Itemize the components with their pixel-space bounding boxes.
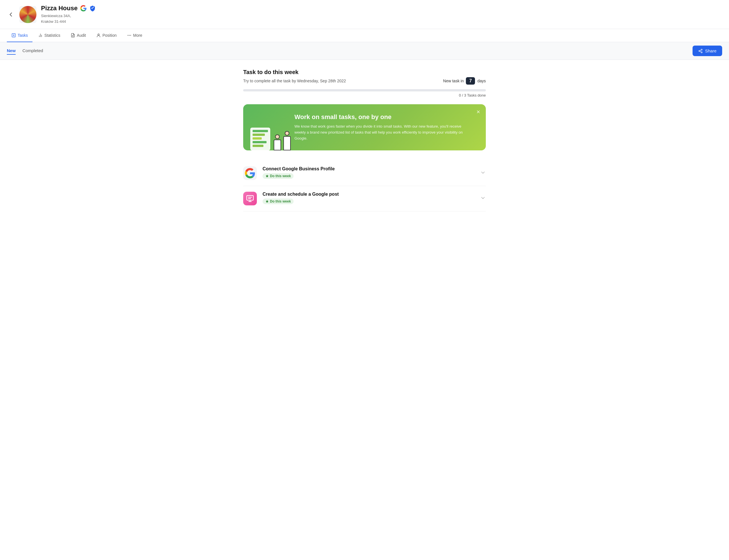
statistics-icon bbox=[38, 33, 43, 38]
task-item-title: Connect Google Business Profile bbox=[263, 166, 474, 171]
promo-banner: × Work on small tasks, one by one We kno… bbox=[243, 104, 486, 150]
sub-tabs-bar: New Completed Share bbox=[0, 42, 729, 60]
business-info: Pizza House Sienkiewicza 34A, bbox=[41, 5, 722, 24]
audit-icon bbox=[71, 33, 75, 38]
task-body-google-post: Create and schedule a Google post Do thi… bbox=[263, 192, 474, 204]
shield-verified-icon bbox=[89, 5, 96, 11]
business-logo bbox=[19, 6, 36, 23]
svg-point-7 bbox=[128, 35, 128, 36]
business-name-row: Pizza House bbox=[41, 5, 722, 12]
task-subtitle: Try to complete all the task by Wednesda… bbox=[243, 79, 346, 83]
star-icon bbox=[266, 174, 269, 178]
share-icon bbox=[698, 49, 703, 53]
new-task-badge: New task in 7 days bbox=[443, 77, 486, 85]
task-body-google-business: Connect Google Business Profile Do this … bbox=[263, 166, 474, 179]
position-icon bbox=[96, 33, 101, 38]
promo-illustration bbox=[248, 108, 293, 150]
promo-description: We know that work goes faster when you d… bbox=[295, 124, 471, 141]
task-header: Task to do this week Try to complete all… bbox=[243, 69, 486, 85]
sub-tab-new[interactable]: New bbox=[7, 47, 16, 55]
tab-position[interactable]: Position bbox=[92, 29, 121, 42]
tab-tasks[interactable]: Tasks bbox=[7, 29, 32, 42]
star-icon bbox=[266, 200, 269, 203]
google-business-icon-wrap bbox=[243, 166, 257, 180]
tab-statistics[interactable]: Statistics bbox=[34, 29, 65, 42]
task-subtitle-row: Try to complete all the task by Wednesda… bbox=[243, 77, 486, 85]
svg-marker-15 bbox=[266, 175, 269, 177]
header: Pizza House Sienkiewicza 34A, bbox=[0, 0, 729, 29]
do-this-week-badge: Do this week bbox=[263, 173, 294, 179]
days-badge: 7 bbox=[466, 77, 475, 85]
main-content: Task to do this week Try to complete all… bbox=[236, 60, 493, 220]
svg-rect-16 bbox=[247, 196, 253, 200]
nav-tabs: Tasks Statistics Audit Position More bbox=[0, 29, 729, 42]
sub-tab-completed[interactable]: Completed bbox=[23, 47, 43, 55]
google-icon bbox=[80, 5, 87, 11]
google-g-icon bbox=[245, 168, 255, 178]
do-this-week-badge: Do this week bbox=[263, 199, 294, 204]
svg-point-8 bbox=[129, 35, 130, 36]
more-icon bbox=[127, 33, 132, 38]
svg-line-13 bbox=[700, 51, 701, 52]
svg-point-9 bbox=[130, 35, 131, 36]
svg-marker-21 bbox=[266, 200, 269, 203]
task-chevron-icon bbox=[480, 170, 486, 177]
svg-line-14 bbox=[700, 50, 701, 51]
promo-close-button[interactable]: × bbox=[476, 109, 480, 115]
tasks-done-label: 0 / 3 Tasks done bbox=[243, 93, 486, 97]
task-chevron-icon bbox=[480, 195, 486, 202]
pizza-image bbox=[19, 6, 36, 23]
back-button[interactable] bbox=[7, 11, 15, 19]
share-button[interactable]: Share bbox=[693, 46, 722, 56]
task-title: Task to do this week bbox=[243, 69, 486, 75]
svg-point-6 bbox=[98, 34, 99, 35]
tab-audit[interactable]: Audit bbox=[66, 29, 91, 42]
task-item-google-post[interactable]: Create and schedule a Google post Do thi… bbox=[243, 186, 486, 211]
tasks-icon bbox=[11, 33, 16, 38]
post-icon bbox=[246, 195, 254, 203]
business-address: Sienkiewicza 34A, Kraków 31-444 bbox=[41, 13, 722, 24]
task-item-title: Create and schedule a Google post bbox=[263, 192, 474, 197]
business-name-text: Pizza House bbox=[41, 5, 77, 12]
progress-bar-wrap bbox=[243, 89, 486, 91]
tab-more[interactable]: More bbox=[123, 29, 147, 42]
task-item-google-business[interactable]: Connect Google Business Profile Do this … bbox=[243, 161, 486, 186]
promo-title: Work on small tasks, one by one bbox=[295, 113, 471, 121]
google-post-icon-wrap bbox=[243, 192, 257, 205]
promo-text: Work on small tasks, one by one We know … bbox=[295, 113, 471, 141]
